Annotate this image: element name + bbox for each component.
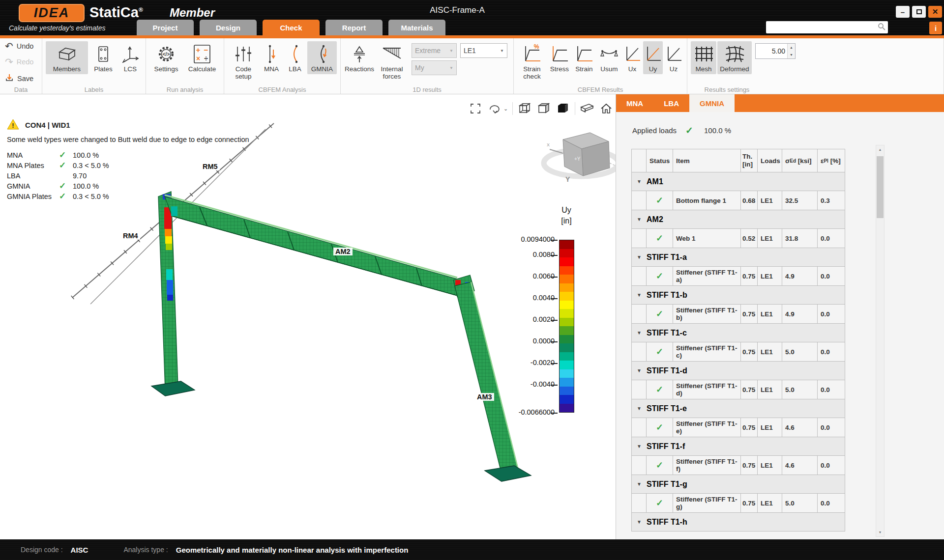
table-group-row[interactable]: ▼STIFF T1-c — [632, 324, 845, 342]
table-row[interactable]: ✓Stiffener (STIFF T1-g)0.75LE15.00.0 — [632, 494, 845, 513]
scroll-down-icon[interactable]: ▼ — [876, 531, 884, 534]
search-box[interactable] — [766, 21, 888, 33]
uz-button[interactable]: Uz — [664, 41, 683, 74]
section-clip-icon[interactable] — [580, 101, 594, 116]
collapse-chevron-icon[interactable]: ▼ — [632, 324, 647, 342]
calculate-button[interactable]: +−×÷ Calculate — [184, 41, 220, 74]
my-dropdown-value: My — [415, 64, 424, 72]
home-view-icon[interactable] — [599, 101, 614, 116]
panel-tab-lba[interactable]: LBA — [653, 94, 689, 112]
table-group-row[interactable]: ▼STIFF T1-h — [632, 513, 845, 532]
members-label: Members — [53, 65, 81, 73]
save-button[interactable]: Save — [5, 73, 33, 84]
undo-label: Undo — [17, 42, 34, 50]
table-row[interactable]: ✓Stiffener (STIFF T1-f)0.75LE14.60.0 — [632, 456, 845, 475]
scroll-up-icon[interactable]: ▲ — [876, 148, 884, 151]
table-group-row[interactable]: ▼STIFF T1-a — [632, 248, 845, 267]
lba-button[interactable]: LBA — [284, 41, 306, 74]
tab-materials[interactable]: Materials — [388, 20, 445, 35]
view-options-chevron-icon[interactable]: ⌄ — [503, 106, 508, 112]
collapse-chevron-icon[interactable]: ▼ — [632, 437, 647, 455]
loadcase-dropdown[interactable]: LE1 ▼ — [460, 43, 507, 58]
navigation-cube[interactable]: +Y Y X — [544, 133, 616, 183]
table-row[interactable]: ✓Stiffener (STIFF T1-c)0.75LE15.00.0 — [632, 342, 845, 362]
panel-tab-mna[interactable]: MNA — [616, 94, 653, 112]
tab-report[interactable]: Report — [325, 20, 383, 35]
code-setup-label: Code setup — [230, 65, 257, 80]
tab-project[interactable]: Project — [137, 20, 194, 35]
collapse-chevron-icon[interactable]: ▼ — [632, 475, 647, 493]
panel-scrollbar[interactable]: ▲ ▼ — [876, 145, 885, 537]
table-group-row[interactable]: ▼STIFF T1-b — [632, 286, 845, 305]
my-dropdown[interactable]: My ▼ — [412, 60, 457, 75]
panel-tab-gmnia[interactable]: GMNIA — [689, 94, 735, 112]
row-epsilon-cell: 0.0 — [818, 380, 845, 399]
check-icon: ✓ — [59, 181, 73, 191]
tab-check[interactable]: Check — [263, 20, 320, 35]
table-group-row[interactable]: ▼AM1 — [632, 172, 845, 191]
strain-button[interactable]: Strain — [572, 41, 596, 74]
plates-button[interactable]: Plates — [89, 41, 118, 74]
table-row[interactable]: ✓Stiffener (STIFF T1-b)0.75LE14.90.0 — [632, 305, 845, 324]
collapse-chevron-icon[interactable]: ▼ — [632, 172, 647, 191]
usum-button[interactable]: Usum — [597, 41, 621, 74]
internal-forces-button[interactable]: Internal forces — [376, 41, 408, 82]
internal-forces-label: Internal forces — [378, 65, 406, 80]
mna-button[interactable]: MNA — [260, 41, 283, 74]
table-row[interactable]: ✓Stiffener (STIFF T1-a)0.75LE14.90.0 — [632, 267, 845, 286]
table-row[interactable]: ✓Stiffener (STIFF T1-d)0.75LE15.00.0 — [632, 380, 845, 399]
results-panel: MNA LBA GMNIA Applied loads ✓ 100.0 % St… — [616, 94, 944, 539]
table-group-row[interactable]: ▼AM2 — [632, 210, 845, 229]
tab-design[interactable]: Design — [200, 20, 257, 35]
stress-button[interactable]: Stress — [548, 41, 571, 74]
minimize-button[interactable]: – — [896, 6, 910, 18]
collapse-chevron-icon[interactable]: ▼ — [632, 286, 647, 304]
collapse-chevron-icon[interactable]: ▼ — [632, 399, 647, 418]
members-button[interactable]: Members — [46, 41, 88, 74]
mesh-button[interactable]: Mesh — [691, 41, 716, 74]
collapse-chevron-icon[interactable]: ▼ — [632, 362, 647, 380]
zoom-fit-icon[interactable] — [468, 101, 483, 116]
info-button[interactable]: i — [929, 22, 942, 34]
colorbar-band — [560, 387, 574, 395]
ux-button[interactable]: Ux — [622, 41, 642, 74]
code-setup-button[interactable]: Code setup — [228, 41, 259, 82]
strain-check-button[interactable]: % Strain check — [517, 41, 547, 82]
search-input[interactable] — [766, 21, 878, 33]
table-group-row[interactable]: ▼STIFF T1-g — [632, 475, 845, 494]
check-icon: ✓ — [685, 125, 693, 136]
table-group-row[interactable]: ▼STIFF T1-e — [632, 399, 845, 418]
colorbar-tick-mark — [551, 320, 558, 321]
collapse-chevron-icon[interactable]: ▼ — [632, 248, 647, 266]
close-button[interactable]: ✕ — [928, 6, 942, 18]
undo-button[interactable]: ↶ Undo — [5, 42, 33, 50]
uy-button[interactable]: Uy — [643, 41, 663, 74]
reactions-button[interactable]: Reactions — [344, 41, 375, 74]
table-group-row[interactable]: ▼STIFF T1-f — [632, 437, 845, 456]
wireframe-view-icon[interactable] — [517, 101, 532, 116]
collapse-chevron-icon[interactable]: ▼ — [632, 513, 647, 531]
redo-button[interactable]: ↷ Redo — [5, 58, 33, 66]
gmnia-button[interactable]: GMNIA — [307, 41, 337, 74]
stepper-down-icon[interactable]: ▼ — [788, 51, 795, 58]
settings-button[interactable]: </> Settings — [149, 41, 183, 74]
table-group-row[interactable]: ▼STIFF T1-d — [632, 362, 845, 380]
table-row[interactable]: ✓Bottom flange 10.68LE132.50.3 — [632, 191, 845, 210]
maximize-button[interactable] — [912, 6, 926, 18]
result-summary-value: 0.3 < 5.0 % — [73, 162, 109, 169]
ribbon-group-data: ↶ Undo ↷ Redo Save Data — [0, 38, 42, 94]
deformed-button[interactable]: Deformed — [717, 41, 752, 74]
extreme-dropdown[interactable]: Extreme ▼ — [412, 43, 457, 58]
lcs-button[interactable]: LCS — [118, 41, 142, 74]
solid-view-icon[interactable] — [556, 101, 570, 116]
shaded-view-icon[interactable] — [536, 101, 551, 116]
stepper-up-icon[interactable]: ▲ — [788, 44, 795, 51]
table-row[interactable]: ✓Web 10.52LE131.80.0 — [632, 229, 845, 248]
result-summary-label: MNA Plates — [7, 162, 59, 169]
row-thickness-cell: 0.75 — [741, 380, 758, 399]
deformed-scale-stepper[interactable]: 5.00 ▲ ▼ — [755, 43, 796, 59]
rotate-view-icon[interactable] — [487, 101, 502, 116]
table-row[interactable]: ✓Stiffener (STIFF T1-e)0.75LE14.60.0 — [632, 418, 845, 437]
collapse-chevron-icon[interactable]: ▼ — [632, 210, 647, 228]
scrollbar-thumb[interactable] — [877, 156, 884, 218]
